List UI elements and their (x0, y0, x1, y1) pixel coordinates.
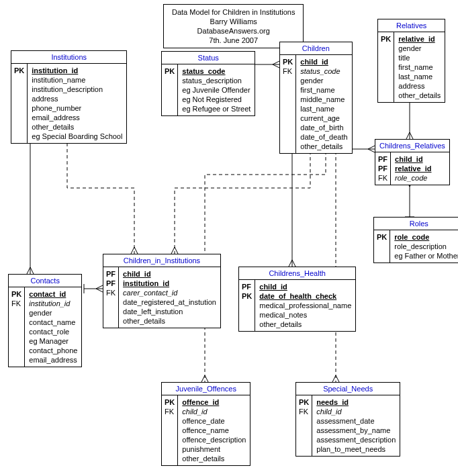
svg-line-32 (171, 247, 175, 254)
attribute: gender (398, 44, 441, 53)
attribute: eg Special Boarding School (32, 132, 122, 141)
key-indicator (165, 416, 175, 426)
attribute: child_id (182, 407, 246, 416)
attribute: other_details (182, 454, 246, 463)
attribute: date_of_death (300, 132, 347, 142)
attribute: relative_id (398, 34, 441, 44)
key-indicator: FK (283, 66, 293, 76)
key-indicator: FK (378, 173, 387, 183)
key-indicator (165, 435, 175, 444)
attribute: email_address (32, 113, 122, 122)
svg-line-15 (410, 132, 413, 139)
key-indicator (299, 426, 309, 435)
entity-special-needs: Special_NeedsPKFK needs_idchild_idassess… (295, 382, 400, 457)
svg-line-36 (205, 375, 208, 382)
key-indicator (14, 113, 24, 122)
key-indicator (14, 122, 24, 132)
key-indicator (242, 320, 252, 329)
attribute: role_code (394, 232, 458, 242)
key-indicator (11, 308, 21, 318)
attribute: first_name (300, 85, 347, 95)
key-indicator: PK (242, 291, 252, 301)
entity-title: Roles (374, 218, 458, 230)
svg-line-35 (201, 375, 205, 382)
key-indicator: FK (165, 407, 175, 416)
attribute: other_details (123, 316, 216, 326)
key-indicator (299, 444, 309, 454)
entity-childrens-health: Childrens_HealthPFPK child_iddate_of_hea… (238, 267, 356, 332)
attribute: date_registered_at_instution (123, 297, 216, 307)
key-indicator (381, 44, 391, 53)
attribute: assessment_description (316, 435, 396, 444)
attribute: contact_role (29, 327, 77, 336)
key-indicator (11, 327, 21, 336)
attribute: contact_id (29, 289, 77, 299)
attribute: role_code (395, 173, 431, 183)
attribute: punishment (182, 444, 246, 454)
attribute: contact_phone (29, 346, 77, 355)
title-line: DatabaseAnswers.org (172, 26, 295, 36)
key-indicator (283, 85, 293, 95)
attribute: date_of_birth (300, 123, 347, 132)
key-indicator (165, 104, 175, 113)
key-indicator: PK (283, 57, 293, 66)
attribute: status_description (182, 76, 250, 85)
key-indicator (165, 454, 175, 463)
attribute: offence_name (182, 426, 246, 435)
title-line: 7th. June 2007 (172, 36, 295, 45)
key-indicator (11, 346, 21, 355)
key-indicator: PK (165, 66, 175, 76)
svg-line-33 (175, 247, 178, 254)
attribute: child_id (300, 57, 347, 66)
attribute: title (398, 53, 441, 62)
key-indicator (381, 72, 391, 81)
key-indicator: PK (11, 289, 21, 299)
key-indicator (165, 85, 175, 95)
key-indicator: FK (106, 288, 116, 297)
key-indicator: PF (242, 282, 252, 291)
key-indicator: FK (299, 407, 309, 416)
attribute: current_age (300, 113, 347, 123)
attribute: medical_professional_name (259, 301, 351, 310)
svg-line-6 (273, 61, 279, 64)
attribute: eg Juvenile Offender (182, 85, 250, 95)
attribute: gender (300, 76, 347, 85)
key-indicator: PK (299, 397, 309, 407)
entity-relatives: RelativesPK relative_idgendertitlefirst_… (377, 19, 445, 103)
key-indicator (283, 104, 293, 113)
entity-title: Contacts (9, 275, 81, 287)
entity-roles: RolesPK role_coderole_descriptioneg Fath… (373, 217, 458, 263)
svg-line-22 (96, 285, 103, 289)
key-indicator (299, 435, 309, 444)
attribute: eg Father or Mother (394, 251, 458, 260)
attribute: other_details (259, 320, 351, 329)
entity-title: Childrens_Relatives (375, 140, 449, 152)
svg-line-3 (30, 267, 34, 274)
key-indicator: PF (378, 154, 387, 164)
attribute: address (32, 94, 122, 103)
attribute: email_address (29, 355, 77, 365)
key-indicator (283, 123, 293, 132)
entity-contacts: ContactsPKFK contact_idinstitution_idgen… (8, 274, 82, 367)
attribute: eg Not Registered (182, 95, 250, 104)
attribute: date_of_health_check (259, 291, 351, 301)
svg-line-2 (27, 267, 30, 274)
key-indicator (11, 318, 21, 327)
attribute: other_details (398, 91, 441, 100)
attribute: assessment_by_name (316, 426, 396, 435)
entity-title: Institutions (11, 51, 126, 64)
attribute: offence_description (182, 435, 246, 444)
svg-line-14 (406, 132, 410, 139)
attribute: needs_id (316, 397, 396, 407)
entity-title: Children (280, 42, 352, 55)
svg-line-23 (96, 289, 103, 292)
entity-title: Childrens_Health (239, 267, 355, 280)
attribute: child_id (316, 407, 396, 416)
svg-line-10 (368, 146, 375, 149)
entity-juvenile-offences: Juvenile_OffencesPKFK offence_idchild_id… (161, 382, 250, 466)
entity-title: Special_Needs (296, 383, 400, 395)
attribute: middle_name (300, 95, 347, 104)
entity-children: ChildrenPKFK child_idstatus_codegenderfi… (279, 42, 353, 154)
key-indicator (106, 297, 116, 307)
key-indicator (242, 310, 252, 320)
